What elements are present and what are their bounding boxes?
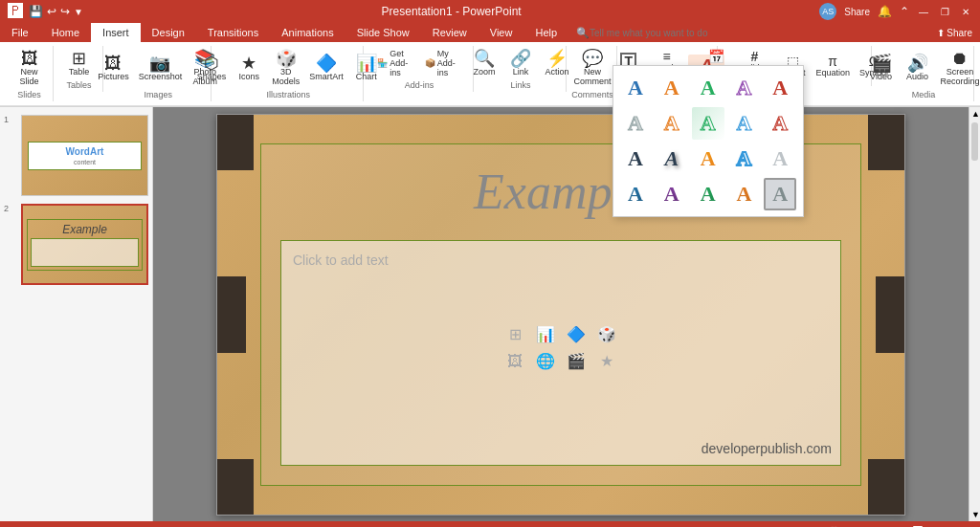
illustrations-group-label: Illustrations: [267, 90, 311, 99]
slide-image-1[interactable]: WordArt content: [21, 115, 148, 196]
video-label: Video: [870, 72, 892, 81]
save-icon[interactable]: 💾: [29, 5, 43, 18]
wordart-style-7[interactable]: A: [656, 107, 688, 140]
wordart-style-5[interactable]: A: [764, 72, 796, 104]
tab-animations[interactable]: Animations: [270, 23, 345, 42]
video-button[interactable]: 🎬 Video: [864, 53, 899, 83]
minimize-button[interactable]: —: [917, 5, 930, 18]
3d-models-label: 3DModels: [272, 67, 300, 86]
get-addins-icon: 🏪: [377, 58, 388, 68]
customize-icon[interactable]: ▼: [74, 7, 83, 17]
shapes-button[interactable]: ⬡ Shapes: [193, 53, 231, 83]
pictures-button[interactable]: 🖼 Pictures: [94, 53, 133, 83]
table-content-icon[interactable]: ⊞: [503, 322, 526, 345]
slide-image-2[interactable]: Example: [21, 204, 148, 285]
get-addins-label: Get Add-ins: [390, 49, 415, 77]
slides-group-items: 🖼 NewSlide: [12, 48, 47, 88]
wordart-style-12[interactable]: A: [656, 143, 688, 175]
wordart-style-10[interactable]: A: [764, 107, 796, 140]
action-label: Action: [546, 67, 569, 77]
equation-button[interactable]: π Equation: [812, 53, 854, 79]
share-ribbon-button[interactable]: ⬆ Share: [937, 28, 972, 38]
undo-icon[interactable]: ↩: [47, 5, 56, 18]
tab-slideshow[interactable]: Slide Show: [345, 23, 421, 42]
slide-num-2: 2: [4, 204, 17, 213]
tab-review[interactable]: Review: [421, 23, 479, 42]
tab-file[interactable]: File: [0, 23, 40, 42]
wordart-style-11[interactable]: A: [619, 143, 652, 175]
icons-button[interactable]: ★ Icons: [232, 53, 266, 83]
main-area: 1 WordArt content 2 Example: [0, 107, 980, 521]
content-icons: ⊞ 📊 🔷 🎲 🖼 🌐 🎬 ★: [503, 322, 618, 372]
tab-insert[interactable]: Insert: [91, 23, 141, 42]
online-picture-content-icon[interactable]: 🌐: [534, 349, 557, 372]
screenshot-button[interactable]: 📷 Screenshot: [135, 53, 187, 83]
3d-models-button[interactable]: 🎲 3DModels: [268, 48, 303, 88]
new-comment-label: NewComment: [573, 67, 611, 86]
scroll-down-button[interactable]: ▼: [969, 508, 980, 521]
wordart-style-8[interactable]: A: [692, 107, 724, 140]
video-content-icon[interactable]: 🎬: [565, 349, 588, 372]
wordart-style-20[interactable]: A: [764, 178, 796, 210]
new-slide-icon: 🖼: [21, 50, 38, 67]
chart-content-icon[interactable]: 📊: [534, 322, 557, 345]
screen-recording-button[interactable]: ⏺ ScreenRecording: [937, 48, 980, 88]
user-avatar[interactable]: AS: [819, 3, 836, 20]
smartart-button[interactable]: 🔷 SmartArt: [305, 53, 347, 83]
slide-thumbnail-2[interactable]: 2 Example: [4, 204, 148, 285]
smartart-icon: 🔷: [316, 55, 337, 72]
audio-icon: 🔊: [907, 55, 928, 72]
share-button[interactable]: Share: [844, 7, 870, 17]
get-addins-button[interactable]: 🏪 Get Add-ins: [373, 48, 419, 78]
table-icon: ⊞: [72, 50, 86, 67]
smartart-content-icon[interactable]: 🔷: [565, 322, 588, 345]
wordart-style-13[interactable]: A: [692, 143, 724, 175]
picture-content-icon[interactable]: 🖼: [503, 349, 526, 372]
wordart-style-16[interactable]: A: [619, 178, 652, 210]
comments-group-label: Comments: [571, 90, 613, 99]
audio-label: Audio: [906, 72, 928, 81]
wordart-style-6[interactable]: A: [619, 107, 652, 140]
redo-icon[interactable]: ↪: [60, 5, 70, 18]
restore-button[interactable]: ❐: [938, 5, 951, 18]
search-input[interactable]: [590, 28, 781, 38]
close-button[interactable]: ✕: [959, 5, 972, 18]
scroll-thumb[interactable]: [971, 122, 978, 161]
title-bar: 🅿 💾 ↩ ↪ ▼ Presentation1 - PowerPoint AS …: [0, 0, 980, 23]
link-button[interactable]: 🔗 Link: [503, 48, 538, 78]
table-button[interactable]: ⊞ Table: [62, 48, 97, 78]
my-addins-button[interactable]: 📦 My Add-ins: [421, 48, 465, 78]
wordart-style-19[interactable]: A: [727, 178, 760, 210]
slides-group-label: Slides: [17, 90, 41, 99]
audio-button[interactable]: 🔊 Audio: [901, 53, 935, 83]
new-comment-button[interactable]: 💬 NewComment: [569, 48, 614, 88]
scroll-up-button[interactable]: ▲: [969, 107, 980, 121]
zoom-button[interactable]: 🔍 Zoom: [467, 48, 501, 78]
3d-content-icon[interactable]: 🎲: [595, 322, 618, 345]
wordart-style-2[interactable]: A: [656, 72, 688, 104]
tab-help[interactable]: Help: [523, 23, 568, 42]
wordart-style-3[interactable]: A: [692, 72, 724, 104]
wordart-style-9[interactable]: A: [727, 107, 760, 140]
tab-view[interactable]: View: [479, 23, 524, 42]
wordart-style-1[interactable]: A: [619, 72, 652, 104]
tab-transitions[interactable]: Transitions: [196, 23, 270, 42]
wordart-style-14[interactable]: A: [727, 143, 760, 175]
icons-content-icon[interactable]: ★: [595, 349, 618, 372]
tab-design[interactable]: Design: [141, 23, 196, 42]
icons-icon: ★: [241, 55, 256, 72]
right-scrollbar[interactable]: ▲ ▼: [969, 107, 980, 521]
shapes-label: Shapes: [197, 72, 227, 81]
new-slide-button[interactable]: 🖼 NewSlide: [12, 48, 47, 88]
addins-group-items: 🏪 Get Add-ins 📦 My Add-ins: [373, 48, 464, 78]
notifications-icon[interactable]: 🔔: [878, 5, 892, 18]
ribbon-collapse-icon[interactable]: ⌃: [900, 5, 909, 18]
slide-content-area[interactable]: Click to add text ⊞ 📊 🔷 🎲 🖼 🌐 🎬: [280, 240, 841, 466]
new-comment-icon: 💬: [582, 50, 603, 67]
wordart-style-17[interactable]: A: [656, 178, 688, 210]
tab-home[interactable]: Home: [40, 23, 91, 42]
wordart-style-18[interactable]: A: [692, 178, 724, 210]
wordart-style-15[interactable]: A: [764, 143, 796, 175]
slide-thumbnail-1[interactable]: 1 WordArt content: [4, 115, 148, 196]
wordart-style-4[interactable]: A: [727, 72, 760, 104]
